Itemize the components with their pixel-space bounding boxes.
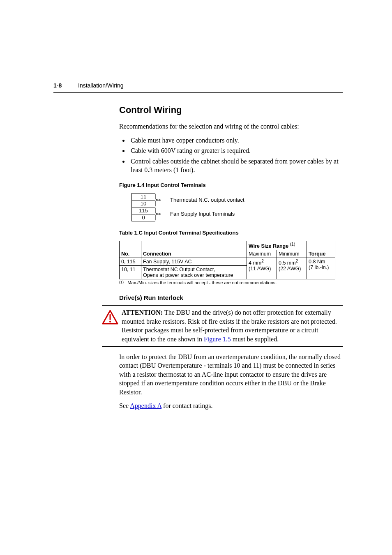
- table-footnote: (1) Max./Min. sizes the terminals will a…: [119, 280, 343, 285]
- cell-no: 0, 115: [120, 258, 141, 266]
- cell-conn: Thermostat NC Output Contact, Opens at p…: [141, 266, 247, 279]
- table-caption: Table 1.C Input Control Terminal Specifi…: [119, 230, 343, 236]
- terminal-label-2: Fan Supply Input Terminals: [170, 211, 235, 217]
- see-post: for contact ratings.: [161, 402, 212, 409]
- table-row: 0, 115 Fan Supply, 115V AC 4 mm2 (11 AWG…: [120, 258, 335, 266]
- terminal-label-1: Thermostat N.C. output contact: [170, 197, 244, 203]
- svg-point-2: [109, 321, 111, 322]
- col-maximum: Maximum: [247, 250, 277, 258]
- bracket-icon: [155, 207, 161, 221]
- page-number: 1-8: [53, 82, 62, 89]
- footnote-sup: (1): [119, 280, 124, 284]
- terminal-cell: 10: [132, 200, 155, 207]
- subheading: Drive(s) Run Interlock: [119, 294, 343, 301]
- cell-max: 4 mm2 (11 AWG): [247, 258, 277, 279]
- section-title: Control Wiring: [119, 105, 343, 115]
- col-torque: Torque: [309, 251, 325, 257]
- page-number-bold: 1-8: [53, 82, 62, 89]
- header-section-label: Installation/Wiring: [78, 82, 124, 89]
- terminal-diagram: 11 10 115 0: [131, 193, 155, 221]
- col-wire-sup: (1): [290, 242, 295, 246]
- figure-1-4: 11 10 115 0: [131, 193, 343, 221]
- cell-no: 10, 11: [120, 266, 141, 279]
- see-pre: See: [119, 402, 130, 409]
- attention-text: ATTENTION: The DBU and the drive(s) do n…: [122, 308, 343, 343]
- terminal-cell: 11: [132, 193, 155, 200]
- spec-table: No. Connection Wire Size Range (1) Torqu…: [119, 241, 335, 279]
- cell-torque: 0.8 Nm (7 lb.-in.): [307, 258, 335, 279]
- cell-min: 0.5 mm2 (22 AWG): [277, 258, 307, 279]
- warning-icon: [102, 310, 118, 326]
- footnote-text: Max./Min. sizes the terminals will accep…: [127, 280, 277, 285]
- list-item: Control cables outside the cabinet shoul…: [129, 157, 343, 175]
- paragraph-protect: In order to protect the DBU from an over…: [119, 352, 343, 397]
- header-rule: [53, 92, 343, 93]
- paragraph-see-appendix: See Appendix A for contact ratings.: [119, 401, 343, 410]
- figure-caption: Figure 1.4 Input Control Terminals: [119, 182, 343, 188]
- terminal-cell: 0: [132, 214, 155, 221]
- col-wire-range: Wire Size Range: [249, 243, 288, 249]
- col-no: No.: [121, 251, 129, 257]
- col-minimum: Minimum: [277, 250, 307, 258]
- bracket-icon: [155, 193, 161, 207]
- col-connection: Connection: [143, 251, 171, 257]
- appendix-a-link[interactable]: Appendix A: [130, 402, 161, 409]
- intro-paragraph: Recommendations for the selection and wi…: [119, 122, 343, 131]
- list-item: Cable must have copper conductors only.: [129, 136, 343, 145]
- figure-1-5-link[interactable]: Figure 1.5: [204, 336, 231, 343]
- attention-block: ATTENTION: The DBU and the drive(s) do n…: [102, 305, 343, 346]
- attention-label: ATTENTION:: [122, 309, 163, 316]
- terminal-cell: 115: [132, 207, 155, 214]
- attention-body-2: must be supplied.: [231, 336, 279, 343]
- list-item: Cable with 600V rating or greater is req…: [129, 146, 343, 155]
- bullet-list: Cable must have copper conductors only. …: [119, 136, 343, 175]
- cell-conn: Fan Supply, 115V AC: [141, 258, 247, 266]
